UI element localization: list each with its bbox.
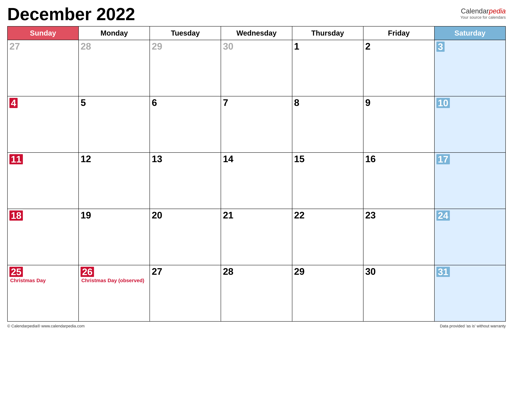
calendar-day-cell: 28 <box>221 265 292 321</box>
day-number: 3 <box>436 42 445 52</box>
calendar-day-cell: 27 <box>7 40 79 96</box>
calendar-day-cell: 30 <box>221 40 292 96</box>
day-number: 5 <box>81 98 86 107</box>
calendar-day-cell: 15 <box>292 152 363 209</box>
calendar-day-cell: 21 <box>221 209 292 265</box>
day-number: 13 <box>152 154 162 164</box>
page-footer: © Calendarpedia® www.calendarpedia.com D… <box>7 324 506 329</box>
calendar-header-row: Sunday Monday Tuesday Wednesday Thursday… <box>7 26 506 40</box>
calendar-day-cell: 4 <box>7 96 79 152</box>
day-number: 28 <box>81 42 91 51</box>
calendar-day-cell: 19 <box>79 209 150 265</box>
brand-italic: pedia <box>489 7 506 15</box>
holiday-label: Christmas Day (observed) <box>81 278 148 284</box>
day-number: 9 <box>365 98 371 107</box>
calendar-day-cell: 11 <box>7 152 79 209</box>
day-number: 22 <box>294 210 305 220</box>
calendar-day-cell: 29 <box>150 40 221 96</box>
calendar-week-row: 25Christmas Day26Christmas Day (observed… <box>7 265 506 321</box>
calendar-week-row: 45678910 <box>7 96 506 152</box>
calendar-week-row: 27282930123 <box>7 40 506 96</box>
calendar-day-cell: 26Christmas Day (observed) <box>79 265 150 321</box>
calendar-day-cell: 6 <box>150 96 221 152</box>
day-number: 8 <box>294 98 300 107</box>
day-number: 17 <box>436 154 450 164</box>
day-number: 30 <box>365 267 376 276</box>
calendar-day-cell: 16 <box>363 152 434 209</box>
calendar-day-cell: 29 <box>292 265 363 321</box>
calendar-day-cell: 1 <box>292 40 363 96</box>
calendar-day-cell: 27 <box>150 265 221 321</box>
calendar-day-cell: 31 <box>434 265 506 321</box>
col-tuesday: Tuesday <box>150 26 221 40</box>
day-number: 2 <box>365 42 371 51</box>
calendar-day-cell: 13 <box>150 152 221 209</box>
footer-right: Data provided 'as is' without warranty <box>440 324 506 329</box>
day-number: 24 <box>436 210 450 221</box>
day-number: 1 <box>294 42 300 51</box>
day-number: 29 <box>294 267 305 276</box>
day-number: 31 <box>436 267 450 277</box>
calendar-day-cell: 2 <box>363 40 434 96</box>
calendar-day-cell: 7 <box>221 96 292 152</box>
calendar-day-cell: 28 <box>79 40 150 96</box>
calendar-day-cell: 23 <box>363 209 434 265</box>
day-number: 30 <box>223 42 233 51</box>
day-number: 23 <box>365 210 376 220</box>
day-number: 12 <box>81 154 91 164</box>
calendar-day-cell: 3 <box>434 40 506 96</box>
calendar-day-cell: 14 <box>221 152 292 209</box>
col-wednesday: Wednesday <box>221 26 292 40</box>
col-monday: Monday <box>79 26 150 40</box>
calendar-day-cell: 17 <box>434 152 506 209</box>
calendar-day-cell: 10 <box>434 96 506 152</box>
day-number: 15 <box>294 154 305 164</box>
brand-block: Calendarpedia Your source for calendars <box>460 7 506 20</box>
calendar-day-cell: 8 <box>292 96 363 152</box>
day-number: 10 <box>436 98 450 108</box>
day-number: 6 <box>152 98 157 107</box>
page-title: December 2022 <box>7 6 135 23</box>
calendar-day-cell: 5 <box>79 96 150 152</box>
calendar-week-row: 11121314151617 <box>7 152 506 209</box>
day-number: 20 <box>152 210 162 220</box>
day-number: 28 <box>223 267 233 276</box>
day-number: 11 <box>9 154 23 164</box>
brand-name: Calendarpedia <box>460 7 506 15</box>
brand-sub: Your source for calendars <box>460 15 506 20</box>
day-number: 26 <box>81 267 94 277</box>
day-number: 4 <box>9 98 18 108</box>
calendar-week-row: 18192021222324 <box>7 209 506 265</box>
calendar-day-cell: 22 <box>292 209 363 265</box>
holiday-label: Christmas Day <box>10 278 77 284</box>
col-friday: Friday <box>363 26 434 40</box>
day-number: 29 <box>152 42 162 51</box>
day-number: 25 <box>9 267 23 277</box>
day-number: 16 <box>365 154 376 164</box>
day-number: 21 <box>223 210 233 220</box>
page-header: December 2022 Calendarpedia Your source … <box>7 6 506 23</box>
day-number: 14 <box>223 154 233 164</box>
calendar-body: 2728293012345678910111213141516171819202… <box>7 40 506 321</box>
calendar-day-cell: 9 <box>363 96 434 152</box>
col-sunday: Sunday <box>7 26 79 40</box>
calendar-day-cell: 18 <box>7 209 79 265</box>
day-number: 18 <box>9 210 23 221</box>
calendar-day-cell: 12 <box>79 152 150 209</box>
calendar-day-cell: 24 <box>434 209 506 265</box>
day-number: 27 <box>152 267 162 276</box>
calendar-day-cell: 25Christmas Day <box>7 265 79 321</box>
day-number: 27 <box>9 42 20 51</box>
day-number: 7 <box>223 98 228 107</box>
day-number: 19 <box>81 210 91 220</box>
footer-left: © Calendarpedia® www.calendarpedia.com <box>7 324 85 329</box>
calendar-table: Sunday Monday Tuesday Wednesday Thursday… <box>7 26 506 322</box>
calendar-day-cell: 30 <box>363 265 434 321</box>
col-saturday: Saturday <box>434 26 506 40</box>
col-thursday: Thursday <box>292 26 363 40</box>
calendar-day-cell: 20 <box>150 209 221 265</box>
